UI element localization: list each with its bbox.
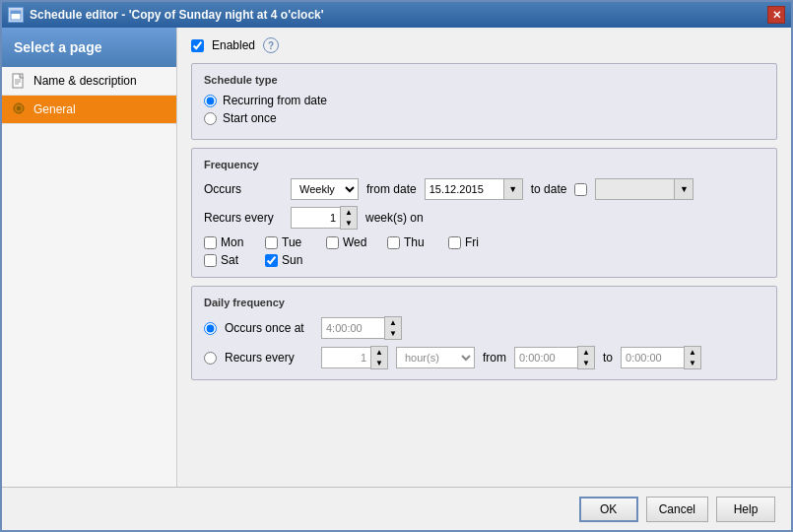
radio-once: Start once (204, 111, 764, 125)
week-suffix: week(s) on (365, 211, 424, 225)
to-time-spin-down[interactable]: ▼ (685, 358, 700, 368)
close-button[interactable]: ✕ (767, 6, 785, 24)
from-time-spin-up[interactable]: ▲ (578, 347, 594, 358)
from-date-label: from date (366, 182, 417, 196)
to-date-input-wrap: ▼ (595, 178, 694, 200)
sidebar-item-name-desc[interactable]: Name & description (2, 67, 176, 96)
sidebar-header: Select a page (2, 28, 176, 67)
frequency-label: Frequency (204, 159, 764, 170)
days-row-1: Mon Tue Wed Thu (204, 235, 764, 249)
recurs-spin: ▲ ▼ (291, 206, 358, 230)
day-sun: Sun (265, 253, 314, 267)
document-icon (12, 73, 28, 89)
recurs-spin-up[interactable]: ▲ (341, 207, 357, 218)
day-mon-check[interactable] (204, 236, 217, 249)
main-content: Enabled ? Schedule type Recurring from d… (177, 28, 791, 487)
day-thu-label: Thu (404, 235, 425, 249)
daily-recurs-input[interactable] (321, 347, 370, 368)
occurs-label: Occurs (204, 182, 283, 196)
from-time-spin: ▲ ▼ (514, 346, 595, 369)
frequency-section: Frequency Occurs Weekly Daily Monthly fr… (191, 148, 777, 278)
window-icon (8, 7, 24, 23)
recurs-label: Recurs every (204, 211, 283, 225)
day-wed-label: Wed (343, 235, 366, 249)
sidebar: Select a page Name & description (2, 28, 177, 487)
occurs-once-time-input[interactable] (321, 317, 384, 339)
recurs-input[interactable] (291, 207, 340, 229)
svg-rect-1 (11, 11, 21, 14)
recurs-every-label: Recurs every (225, 351, 313, 365)
day-wed-check[interactable] (326, 236, 339, 249)
to-date-label: to date (531, 182, 567, 196)
from-time-spin-down[interactable]: ▼ (578, 358, 594, 368)
recurs-spin-down[interactable]: ▼ (341, 218, 357, 229)
day-sun-check[interactable] (265, 254, 278, 267)
window-title: Schedule editor - 'Copy of Sunday night … (30, 8, 324, 22)
daily-spin-down[interactable]: ▼ (371, 358, 387, 368)
schedule-type-section: Schedule type Recurring from date Start … (191, 63, 777, 140)
window-body: Select a page Name & description (2, 28, 791, 487)
day-tue-label: Tue (282, 235, 301, 249)
day-sat: Sat (204, 253, 253, 267)
daily-frequency-section: Daily frequency Occurs once at ▲ ▼ (191, 286, 777, 380)
title-bar: Schedule editor - 'Copy of Sunday night … (2, 2, 791, 28)
daily-recurs-spin: ▲ ▼ (321, 346, 388, 369)
schedule-editor-window: Schedule editor - 'Copy of Sunday night … (0, 0, 793, 532)
day-sun-label: Sun (282, 253, 302, 267)
cancel-button[interactable]: Cancel (646, 497, 708, 522)
occurs-once-label: Occurs once at (225, 321, 313, 335)
day-tue-check[interactable] (265, 236, 278, 249)
schedule-type-label: Schedule type (204, 74, 764, 86)
day-sat-label: Sat (221, 253, 238, 267)
day-mon: Mon (204, 235, 253, 249)
day-wed: Wed (326, 235, 375, 249)
from-time-input[interactable] (514, 347, 577, 368)
time-spin-down[interactable]: ▼ (385, 328, 401, 339)
radio-occurs-once[interactable] (204, 322, 217, 335)
daily-unit-dropdown[interactable]: hour(s) minute(s) (396, 347, 475, 368)
days-row-2: Sat Sun (204, 253, 764, 267)
radio-recurs-every[interactable] (204, 352, 217, 365)
day-sat-check[interactable] (204, 254, 217, 267)
day-thu-check[interactable] (387, 236, 400, 249)
day-mon-label: Mon (221, 235, 243, 249)
time-spin-up[interactable]: ▲ (385, 317, 401, 328)
help-button[interactable]: Help (716, 497, 775, 522)
radio-recurring-label: Recurring from date (223, 94, 327, 107)
sidebar-item-general[interactable]: General (2, 96, 176, 124)
enabled-row: Enabled ? (191, 37, 777, 53)
from-date-input-wrap: ▼ (425, 178, 523, 200)
daily-freq-label: Daily frequency (204, 297, 764, 308)
radio-once-label: Start once (223, 111, 277, 125)
day-thu: Thu (387, 235, 436, 249)
to-date-input[interactable] (595, 178, 674, 200)
from-date-dropdown-btn[interactable]: ▼ (503, 178, 523, 200)
from-time-label: from (483, 351, 506, 365)
occurs-dropdown[interactable]: Weekly Daily Monthly (291, 178, 359, 200)
ok-button[interactable]: OK (579, 497, 638, 522)
to-time-input[interactable] (621, 347, 684, 368)
day-fri-label: Fri (465, 235, 479, 249)
to-date-checkbox[interactable] (574, 183, 587, 196)
from-date-input[interactable] (425, 178, 503, 200)
enabled-checkbox[interactable] (191, 39, 204, 52)
sidebar-item-label-general: General (33, 102, 76, 116)
to-date-dropdown-btn[interactable]: ▼ (674, 178, 694, 200)
day-fri: Fri (448, 235, 497, 249)
radio-once-input[interactable] (204, 112, 217, 125)
sidebar-item-label-name-desc: Name & description (33, 74, 137, 88)
day-fri-check[interactable] (448, 236, 461, 249)
occurs-once-time-spin: ▲ ▼ (321, 316, 402, 340)
daily-spin-up[interactable]: ▲ (371, 347, 387, 358)
day-tue: Tue (265, 235, 314, 249)
radio-recurring-input[interactable] (204, 95, 217, 107)
to-time-label: to (603, 351, 613, 365)
gear-icon (12, 101, 28, 117)
help-icon[interactable]: ? (263, 37, 279, 53)
to-time-spin: ▲ ▼ (621, 346, 701, 369)
enabled-label: Enabled (212, 38, 255, 52)
to-time-spin-up[interactable]: ▲ (685, 347, 700, 358)
radio-recurring: Recurring from date (204, 94, 764, 107)
svg-point-7 (17, 106, 21, 110)
footer: OK Cancel Help (2, 487, 791, 530)
